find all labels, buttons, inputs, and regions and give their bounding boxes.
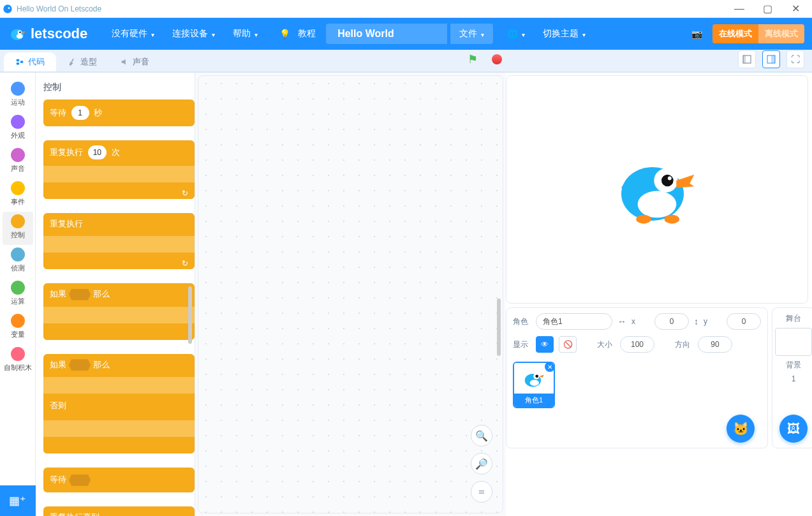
green-flag-button[interactable]: ⚑ — [464, 50, 482, 69]
add-sprite-button[interactable]: 🐱 — [727, 415, 755, 443]
canvas-scrollbar[interactable] — [497, 78, 501, 510]
category-variables[interactable]: 变量 — [3, 311, 33, 344]
speaker-icon — [120, 57, 129, 66]
sprite-label: 角色 — [513, 316, 531, 327]
minimize-button[interactable]: ― — [725, 0, 753, 18]
show-sprite-button[interactable]: 👁 — [536, 336, 554, 353]
zoom-in-button[interactable]: 🔍 — [471, 425, 492, 446]
boolean-slot[interactable] — [69, 289, 91, 300]
sprite-info-panel: 角色 ↔ x ↕ y 显示 👁 🚫 大小 — [506, 307, 768, 448]
block-wait[interactable]: 等待 1 秒 — [43, 100, 195, 126]
category-control[interactable]: 控制 — [3, 212, 33, 245]
stage-small-button[interactable] — [738, 50, 756, 68]
zoom-out-button[interactable]: 🔎 — [471, 453, 492, 475]
hide-sprite-button[interactable]: 🚫 — [559, 336, 577, 353]
tab-code[interactable]: 代码 — [4, 52, 56, 71]
tab-costumes[interactable]: 造型 — [56, 52, 108, 71]
zoom-reset-button[interactable]: ＝ — [471, 481, 492, 503]
close-button[interactable]: ✕ — [781, 0, 809, 18]
wait-seconds-input[interactable]: 1 — [71, 106, 89, 120]
menubar: letscode 没有硬件 连接设备 帮助 💡 教程 Hello World 文… — [0, 18, 812, 50]
fullscreen-button[interactable]: ⛶ — [786, 50, 804, 68]
cat-plus-icon: 🐱 — [733, 421, 749, 436]
svg-rect-8 — [20, 61, 23, 63]
block-if-else[interactable]: 如果那么 否则 — [43, 354, 195, 454]
menu-no-hardware[interactable]: 没有硬件 — [104, 24, 162, 43]
svg-point-15 — [638, 191, 677, 217]
editor-tabs: 代码 造型 声音 ⚑ ⛶ — [0, 50, 812, 73]
palette-scrollbar[interactable] — [188, 286, 192, 344]
menu-connect-device[interactable]: 连接设备 — [165, 24, 223, 43]
stage-thumbnail[interactable] — [775, 328, 812, 356]
brand-icon — [8, 24, 27, 43]
brand-text: letscode — [31, 26, 87, 42]
menu-file[interactable]: 文件 — [450, 24, 493, 44]
category-sensing[interactable]: 侦测 — [3, 245, 33, 278]
category-myblocks[interactable]: 自制积木 — [3, 344, 33, 378]
loop-arrow-icon — [182, 188, 188, 198]
sprite-name-input[interactable] — [536, 313, 612, 330]
sprite-y-input[interactable] — [727, 313, 761, 330]
project-name-field[interactable]: Hello World — [326, 24, 447, 44]
window-titlebar: Hello World On Letscode ― ▢ ✕ — [0, 0, 812, 18]
svg-point-1 — [8, 7, 10, 9]
svg-point-24 — [535, 374, 538, 378]
block-repeat[interactable]: 重复执行 10 次 — [43, 140, 195, 199]
script-canvas[interactable]: 🔍 🔎 ＝ — [198, 75, 503, 513]
add-extension-button[interactable]: ▦⁺ — [0, 485, 36, 516]
zoom-controls: 🔍 🔎 ＝ — [471, 425, 492, 503]
tab-sounds[interactable]: 声音 — [108, 52, 161, 71]
brand: letscode — [8, 24, 87, 43]
show-label: 显示 — [513, 339, 531, 350]
palette-header: 控制 — [43, 82, 195, 93]
block-palette[interactable]: 控制 等待 1 秒 重复执行 10 次 重复执行 如果那么 如果那么 否则 — [36, 73, 195, 516]
sprite-x-input[interactable] — [654, 313, 689, 330]
category-sound[interactable]: 声音 — [3, 145, 33, 179]
loop-arrow-icon — [182, 258, 188, 268]
zoom-out-icon: 🔎 — [475, 458, 488, 470]
category-rail: 运动 外观 声音 事件 控制 侦测 运算 变量 自制积木 ▦⁺ — [0, 73, 36, 516]
block-wait-until[interactable]: 等待 — [43, 468, 195, 492]
sprite-card[interactable]: ✕ 角色1 — [513, 362, 555, 408]
paintbrush-icon — [68, 57, 77, 66]
block-repeat-until[interactable]: 重复执行直到 — [43, 506, 195, 516]
menu-language[interactable]: 🌐 — [499, 25, 533, 43]
menu-switch-theme[interactable]: 切换主题 — [535, 24, 593, 43]
svg-point-19 — [636, 215, 651, 224]
backdrops-count: 1 — [792, 374, 796, 383]
delete-sprite-button[interactable]: ✕ — [545, 362, 555, 372]
image-plus-icon: 🖼 — [787, 422, 800, 436]
stage-large-button[interactable] — [762, 50, 780, 68]
menu-help[interactable]: 帮助 — [225, 24, 265, 43]
offline-mode-button[interactable]: 离线模式 — [758, 24, 804, 43]
stage-panel: 舞台 背景 1 🖼 — [772, 307, 812, 448]
sprite-size-input[interactable] — [620, 336, 654, 353]
category-events[interactable]: 事件 — [3, 179, 33, 212]
category-operators[interactable]: 运算 — [3, 278, 33, 311]
block-forever[interactable]: 重复执行 — [43, 213, 195, 269]
svg-point-18 — [668, 177, 672, 181]
boolean-slot[interactable] — [69, 359, 91, 371]
block-if[interactable]: 如果那么 — [43, 283, 195, 340]
boolean-slot[interactable] — [69, 475, 91, 486]
stage-title: 舞台 — [786, 313, 801, 324]
online-mode-button[interactable]: 在线模式 — [712, 24, 758, 43]
category-looks[interactable]: 外观 — [3, 112, 33, 145]
maximize-button[interactable]: ▢ — [753, 0, 781, 18]
code-icon — [15, 57, 24, 66]
category-motion[interactable]: 运动 — [3, 79, 33, 112]
vertical-arrows-icon: ↕ — [694, 316, 698, 327]
add-backdrop-button[interactable]: 🖼 — [779, 415, 808, 443]
stage-view[interactable] — [506, 75, 808, 304]
screenshot-button[interactable]: 📷 — [684, 25, 710, 43]
svg-point-20 — [665, 215, 679, 224]
svg-rect-13 — [771, 55, 775, 63]
svg-point-22 — [530, 380, 539, 386]
stop-button[interactable] — [492, 54, 502, 64]
sprite-direction-input[interactable] — [698, 336, 732, 353]
repeat-times-input[interactable]: 10 — [88, 145, 107, 159]
main-area: 运动 外观 声音 事件 控制 侦测 运算 变量 自制积木 ▦⁺ 控制 等待 1 … — [0, 73, 812, 516]
svg-point-3 — [17, 34, 23, 39]
camera-icon: 📷 — [691, 29, 702, 39]
menu-tutorial[interactable]: 💡 教程 — [272, 24, 323, 43]
